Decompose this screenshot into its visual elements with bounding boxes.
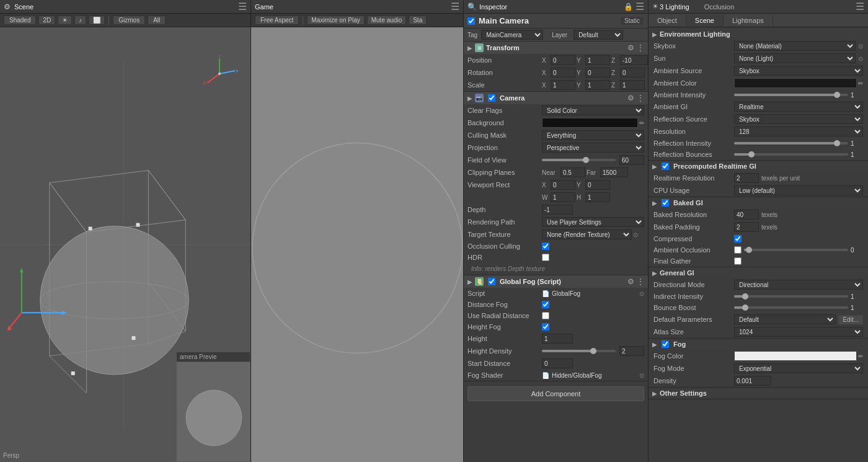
start-distance-input[interactable]: [542, 358, 573, 368]
scene-menu-btn[interactable]: ☰: [238, 2, 247, 12]
lightmaps-tab[interactable]: Lightmaps: [724, 15, 773, 26]
sun-link[interactable]: ⊙: [858, 55, 863, 62]
occlusion-culling-checkbox[interactable]: [542, 242, 549, 250]
sun-dropdown[interactable]: None (Light): [734, 53, 856, 63]
camera-more-btn[interactable]: ⋮: [637, 94, 644, 102]
precomp-gi-checkbox[interactable]: [662, 162, 669, 170]
scene-tab-label[interactable]: Scene: [14, 3, 33, 11]
fog-color-pen[interactable]: ✏: [858, 353, 863, 360]
vp-y-input[interactable]: [585, 180, 610, 190]
reflection-source-dropdown[interactable]: Skybox: [734, 114, 863, 124]
culling-mask-dropdown[interactable]: Everything: [542, 130, 644, 140]
transform-more-btn[interactable]: ⋮: [637, 43, 644, 52]
vp-h-input[interactable]: [585, 192, 610, 202]
height-density-input[interactable]: [619, 346, 644, 356]
object-tab[interactable]: Object: [649, 15, 686, 26]
ambient-gi-dropdown[interactable]: Realtime: [734, 102, 863, 112]
lighting-btn[interactable]: ☀: [58, 16, 72, 25]
inspector-menu-btn[interactable]: ☰: [636, 2, 644, 12]
tag-dropdown[interactable]: MainCamera: [481, 30, 543, 40]
stats-btn[interactable]: Sta: [409, 16, 427, 25]
environment-header[interactable]: ▶ Environment Lighting: [649, 29, 868, 40]
compressed-checkbox[interactable]: [734, 235, 742, 242]
depth-input[interactable]: [542, 205, 573, 215]
fov-input[interactable]: [619, 155, 644, 165]
transform-settings-btn[interactable]: ⚙: [627, 43, 634, 52]
vp-w-input[interactable]: [551, 192, 575, 202]
object-active-checkbox[interactable]: [467, 17, 475, 25]
skybox-link[interactable]: ⊙: [858, 43, 863, 50]
near-input[interactable]: [560, 167, 585, 177]
hdr-checkbox[interactable]: [542, 254, 549, 261]
height-fog-checkbox[interactable]: [542, 323, 549, 331]
fx-btn[interactable]: ⬜: [89, 16, 105, 25]
density-input[interactable]: [734, 376, 771, 386]
rot-y-input[interactable]: [585, 68, 610, 78]
skybox-dropdown[interactable]: None (Material): [734, 41, 856, 51]
cpu-usage-dropdown[interactable]: Low (default): [734, 185, 863, 195]
game-tab-label[interactable]: Game: [255, 3, 273, 11]
ambient-source-dropdown[interactable]: Skybox: [734, 66, 863, 76]
fog-shader-link[interactable]: ⊙: [639, 372, 644, 379]
scene-tab[interactable]: Scene: [686, 15, 724, 26]
occlusion-tab-label[interactable]: Occlusion: [704, 3, 734, 11]
target-texture-link[interactable]: ⊙: [633, 231, 638, 238]
fog-enabled-checkbox[interactable]: [488, 278, 495, 285]
layer-dropdown[interactable]: Default: [574, 30, 623, 40]
camera-settings-btn[interactable]: ⚙: [627, 94, 634, 102]
pos-x-input[interactable]: [551, 55, 575, 65]
fog-mode-dropdown[interactable]: Exponential: [734, 363, 863, 373]
ambient-occlusion-checkbox[interactable]: [734, 246, 742, 254]
fog-more-btn[interactable]: ⋮: [637, 277, 644, 286]
scale-y-input[interactable]: [585, 80, 610, 90]
lighting-tab-label[interactable]: 3 Lighting: [660, 3, 689, 11]
axes-widget[interactable]: X Y Z: [201, 55, 238, 92]
mute-audio-btn[interactable]: Mute audio: [367, 16, 406, 25]
resolution-dropdown[interactable]: 128: [734, 127, 863, 136]
inspector-lock-btn[interactable]: 🔒: [624, 2, 633, 11]
clear-flags-dropdown[interactable]: Solid Color: [542, 105, 644, 115]
precomputed-gi-header[interactable]: ▶ Precomputed Realtime GI: [649, 161, 868, 172]
realtime-resolution-input[interactable]: [734, 173, 759, 183]
default-params-dropdown[interactable]: Default: [734, 314, 836, 324]
pos-z-input[interactable]: [620, 55, 648, 65]
maximize-play-btn[interactable]: Maximize on Play: [307, 16, 364, 25]
all-dropdown[interactable]: All: [148, 16, 166, 25]
baked-resolution-input[interactable]: [734, 210, 759, 220]
2d-btn[interactable]: 2D: [38, 16, 55, 25]
camera-enabled-checkbox[interactable]: [488, 94, 495, 102]
pos-y-input[interactable]: [585, 55, 610, 65]
far-input[interactable]: [600, 167, 628, 177]
inspector-tab-label[interactable]: Inspector: [479, 3, 507, 11]
distance-fog-checkbox[interactable]: [542, 301, 549, 308]
final-gather-checkbox[interactable]: [734, 257, 742, 265]
game-viewport[interactable]: [251, 27, 463, 462]
scale-x-input[interactable]: [551, 80, 575, 90]
fog-color-swatch[interactable]: [734, 351, 857, 361]
baked-padding-input[interactable]: [734, 222, 759, 232]
other-settings-header[interactable]: ▶ Other Settings: [649, 388, 868, 399]
edit-params-btn[interactable]: Edit...: [838, 315, 863, 324]
background-color-swatch[interactable]: [542, 118, 638, 128]
scene-viewport[interactable]: X Y Z Persp amera Previe: [0, 27, 250, 462]
use-radial-checkbox[interactable]: [542, 312, 549, 319]
scale-z-input[interactable]: [620, 80, 645, 90]
fog-settings-btn[interactable]: ⚙: [627, 277, 634, 286]
rot-z-input[interactable]: [620, 68, 645, 78]
baked-gi-checkbox[interactable]: [662, 199, 669, 207]
gizmos-dropdown[interactable]: Gizmos: [113, 16, 145, 25]
directional-mode-dropdown[interactable]: Directional: [734, 280, 863, 290]
game-menu-btn[interactable]: ☰: [451, 2, 459, 12]
fog-section-header[interactable]: ▶ Fog: [649, 339, 868, 350]
static-btn[interactable]: Static: [620, 16, 644, 25]
target-texture-dropdown[interactable]: None (Render Texture): [542, 229, 632, 239]
background-edit-pen[interactable]: ✏: [639, 120, 644, 127]
vp-x-input[interactable]: [551, 180, 575, 190]
ambient-color-pen[interactable]: ✏: [858, 80, 863, 87]
fog-section-checkbox[interactable]: [662, 340, 669, 348]
rendering-path-dropdown[interactable]: Use Player Settings: [542, 217, 644, 227]
rot-x-input[interactable]: [551, 68, 575, 78]
baked-gi-header[interactable]: ▶ Baked GI: [649, 197, 868, 208]
script-link[interactable]: ⊙: [639, 290, 644, 297]
free-aspect-dropdown[interactable]: Free Aspect: [255, 16, 299, 25]
